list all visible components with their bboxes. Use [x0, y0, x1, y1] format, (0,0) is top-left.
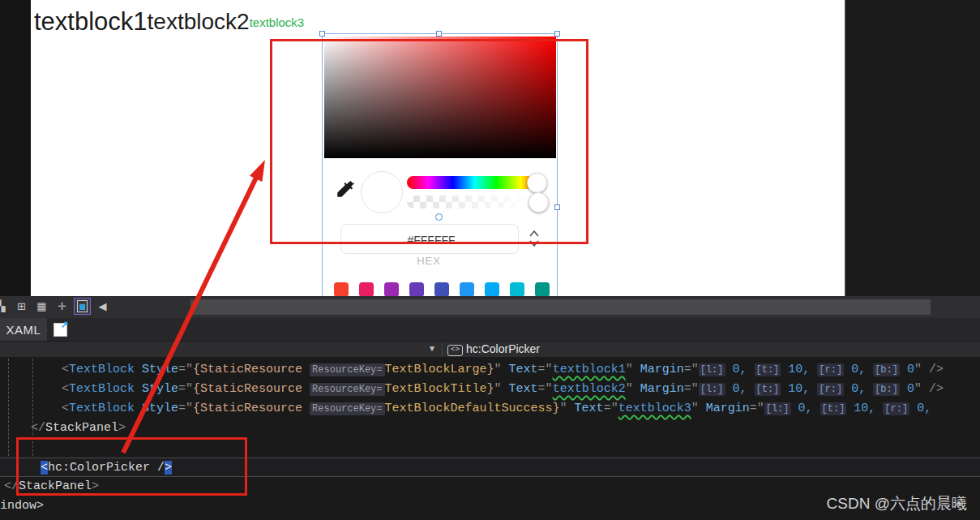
- code-token: Margin: [706, 402, 750, 415]
- textblock3-preview[interactable]: textblock3: [250, 15, 305, 30]
- code-token: ": [560, 402, 575, 415]
- color-swatch[interactable]: [460, 282, 474, 296]
- code-token: Text: [509, 382, 538, 396]
- vs-xaml-designer-window: textblock1 textblock2 textblock3: [0, 0, 980, 520]
- collapse-designer-icon[interactable]: ◀: [94, 298, 111, 315]
- code-token: ResourceKey=: [310, 383, 384, 396]
- snap-grid-icon[interactable]: ⊞: [13, 298, 30, 315]
- code-token: [r:]: [817, 363, 844, 376]
- code-line-stackpanel-close-inner[interactable]: </StackPanel>: [0, 419, 980, 438]
- code-token: textblock1: [553, 363, 626, 376]
- code-token: TextBlock: [69, 382, 135, 396]
- color-swatch[interactable]: [510, 282, 524, 296]
- hex-format-label: HEX: [340, 255, 517, 267]
- code-token: 0,: [909, 402, 931, 415]
- code-token: <: [62, 402, 69, 415]
- code-token: </: [31, 421, 45, 435]
- code-token: }: [553, 402, 560, 415]
- snapline-grid-icon[interactable]: ▦: [33, 298, 50, 315]
- adorner-handle-top-right[interactable]: [554, 31, 560, 37]
- code-token: Style: [142, 402, 178, 415]
- code-token: [l:]: [699, 363, 725, 376]
- chevron-down-icon[interactable]: ▼: [428, 344, 436, 353]
- code-token: <: [62, 363, 69, 376]
- color-swatch[interactable]: [384, 282, 399, 296]
- code-token: textblock2: [553, 382, 626, 396]
- code-token: ": [494, 382, 509, 396]
- code-line-textblock1[interactable]: <TextBlock Style="{StaticResource Resour…: [0, 360, 980, 380]
- color-swatch[interactable]: [409, 282, 424, 296]
- code-token: textblock3: [618, 402, 691, 415]
- effects-document-icon[interactable]: [74, 298, 91, 315]
- code-token: =": [178, 382, 193, 396]
- horizontal-scrollbar-thumb[interactable]: [190, 299, 931, 315]
- designer-toolbar-icons: ▚⊞▦✛◀: [0, 298, 111, 315]
- code-token: =": [538, 363, 553, 376]
- pan-crosshair-icon[interactable]: ✛: [53, 298, 71, 315]
- code-token: [r:]: [883, 402, 909, 415]
- color-swatch[interactable]: [485, 282, 499, 296]
- color-swatch[interactable]: [334, 282, 349, 296]
- code-token: =": [684, 363, 699, 376]
- popout-window-icon[interactable]: ↗: [53, 323, 67, 337]
- code-token: TextBlock: [69, 363, 135, 376]
- designer-left-gutter: [0, 0, 31, 296]
- blue-square-glyph: [79, 304, 85, 310]
- textblock-preview-row: textblock1 textblock2 textblock3: [34, 8, 304, 36]
- code-token: 0,: [725, 363, 755, 376]
- code-token: 0,: [844, 363, 873, 376]
- artboard-grid-icon[interactable]: ▚: [0, 298, 10, 315]
- document-glyph: [77, 300, 88, 312]
- code-token: Style: [142, 363, 178, 376]
- annotation-rect-colorpicker-code: [16, 437, 247, 496]
- code-token: [r:]: [817, 383, 844, 396]
- code-line-textblock3[interactable]: <TextBlock Style="{StaticResource Resour…: [0, 399, 980, 419]
- code-token: TextBlockLarge: [385, 363, 487, 376]
- code-token: ": [494, 363, 509, 376]
- code-token: Text: [509, 363, 538, 376]
- code-line-textblock2[interactable]: <TextBlock Style="{StaticResource Resour…: [0, 380, 980, 399]
- code-token: =": [604, 402, 618, 415]
- code-token: [135, 382, 142, 396]
- adorner-handle-top-left[interactable]: [319, 31, 325, 37]
- code-token: indow>: [0, 499, 44, 513]
- code-token: =": [750, 402, 764, 415]
- code-token: ": [626, 382, 640, 396]
- code-token: [b:]: [873, 383, 900, 396]
- code-token: 10,: [781, 363, 817, 376]
- tab-xaml[interactable]: XAML: [0, 318, 47, 341]
- color-swatch[interactable]: [535, 282, 550, 296]
- editor-tab-row: XAML ↗: [0, 318, 980, 341]
- preset-swatch-row: [334, 282, 550, 296]
- code-token: ": [626, 363, 640, 376]
- code-token: Style: [142, 382, 178, 396]
- code-token: [135, 363, 142, 376]
- breadcrumb-element-name[interactable]: hc:ColorPicker: [466, 342, 540, 355]
- code-token: StackPanel: [45, 421, 118, 435]
- horizontal-scrollbar-track[interactable]: [190, 299, 931, 315]
- code-token: " />: [914, 363, 944, 376]
- code-token: =": [178, 363, 193, 376]
- code-token: [135, 402, 142, 415]
- color-swatch[interactable]: [434, 282, 449, 296]
- code-token: {StaticResource: [193, 363, 310, 376]
- code-token: Margin: [640, 382, 684, 396]
- code-token: ": [691, 402, 706, 415]
- code-token: =": [178, 402, 193, 415]
- code-token: =": [538, 382, 553, 396]
- textblock1-preview[interactable]: textblock1: [34, 8, 148, 36]
- code-token: }: [487, 363, 494, 376]
- textblock2-preview[interactable]: textblock2: [148, 10, 250, 35]
- code-token: >: [118, 421, 126, 435]
- code-token: 0: [900, 382, 914, 396]
- code-token: Text: [575, 402, 604, 415]
- adorner-handle-top-center[interactable]: [436, 31, 442, 37]
- xml-element-icon: <>: [447, 345, 463, 356]
- code-token: {StaticResource: [193, 402, 310, 415]
- code-token: 10,: [781, 382, 817, 396]
- color-swatch[interactable]: [359, 282, 374, 296]
- code-token: [t:]: [820, 402, 847, 415]
- code-token: [l:]: [764, 402, 791, 415]
- annotation-rect-colorpicker-preview: [270, 39, 588, 244]
- code-token: TextBlock: [69, 402, 135, 415]
